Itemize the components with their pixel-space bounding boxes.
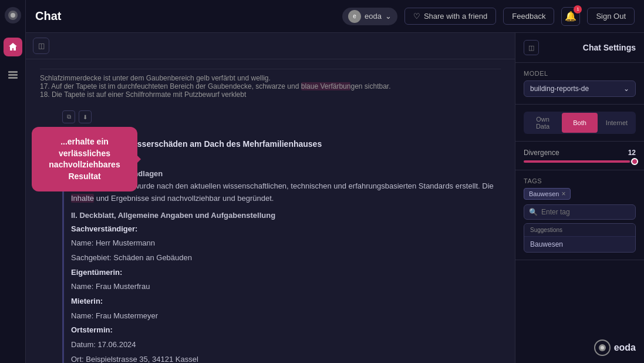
chat-messages[interactable]: Schlafzimmerdecke ist unter dem Gaubenbe… xyxy=(26,59,515,363)
model-selected-value: building-reports-de xyxy=(530,85,589,93)
share-button[interactable]: ♡ Share with a friend xyxy=(404,8,496,25)
tags-label: Tags xyxy=(524,177,636,184)
field-datum: Datum: 17.06.2024 xyxy=(71,338,501,352)
svg-rect-3 xyxy=(8,74,18,76)
tag-input[interactable] xyxy=(541,208,630,216)
tooltip-bubble: ...erhalte ein verlässliches nachvollzie… xyxy=(32,127,137,191)
tags-section: Tags Bauwesen × 🔍 Suggestions Bauwesen xyxy=(515,170,644,260)
chat-area: ◫ ...erhalte ein verlässliches nachvollz… xyxy=(26,33,515,363)
section2-title: II. Deckblatt, Allgemeine Angaben und Au… xyxy=(71,211,501,220)
field-eigentuemerin: Eigentümerin: xyxy=(71,268,122,277)
svg-rect-2 xyxy=(8,71,18,73)
tag-bauwesen: Bauwesen × xyxy=(524,188,571,200)
chat-toolbar: ◫ xyxy=(26,33,515,59)
share-icon: ♡ xyxy=(413,12,420,21)
content-area: ◫ ...erhalte ein verlässliches nachvollz… xyxy=(26,33,644,363)
sidebar-logo xyxy=(5,7,21,23)
notification-button[interactable]: 🔔 1 xyxy=(561,7,580,26)
field-name-ev: Name: Frau Musterfrau xyxy=(71,280,501,294)
field-ortstermin: Ortstermin: xyxy=(71,325,113,334)
tag-remove-button[interactable]: × xyxy=(561,190,565,197)
eoda-brand-text: eoda xyxy=(614,342,636,353)
right-panel: ◫ Chat Settings Model building-reports-d… xyxy=(515,33,644,363)
field-ort: Ort: Beispielstrasse 35, 34121 Kassel xyxy=(71,352,501,363)
scrolled-message-1: Schlafzimmerdecke ist unter dem Gaubenbe… xyxy=(40,69,501,99)
share-label: Share with a friend xyxy=(424,12,487,21)
suggestions-dropdown: Suggestions Bauwesen xyxy=(524,223,636,253)
field-sachverstaendiger: Sachverständiger: xyxy=(71,224,137,233)
panel-toggle-button[interactable]: ◫ xyxy=(524,40,539,55)
feedback-label: Feedback xyxy=(512,12,545,21)
field-name-sv: Name: Herr Mustermann xyxy=(71,236,501,251)
sidebar-item-layers[interactable] xyxy=(4,66,22,85)
download-button[interactable]: ⬇ xyxy=(79,110,92,123)
tab-own-data[interactable]: Own Data xyxy=(525,113,561,133)
svg-point-1 xyxy=(11,13,15,18)
slider-fill xyxy=(524,160,630,163)
sidebar-item-home[interactable] xyxy=(4,38,22,56)
chevron-down-icon: ⌄ xyxy=(623,85,629,93)
bottom-logo: eoda xyxy=(515,332,644,363)
eoda-logo-icon xyxy=(594,340,611,356)
divergence-slider[interactable] xyxy=(524,160,636,163)
tag-name: Bauwesen xyxy=(529,190,559,197)
panel-title: Chat Settings xyxy=(583,43,636,52)
sidebar xyxy=(0,0,26,363)
divergence-value: 12 xyxy=(628,149,636,157)
tags-area: Bauwesen × xyxy=(524,188,636,200)
avatar: e xyxy=(348,10,361,23)
suggestions-label: Suggestions xyxy=(524,224,635,237)
header: Chat e eoda ⌄ ♡ Share with a friend Feed… xyxy=(26,0,644,33)
model-section: Model building-reports-de ⌄ xyxy=(515,63,644,105)
tag-input-row: 🔍 xyxy=(524,204,636,220)
document-body: I. Allgemeine Grundlagen Dieses Gutachte… xyxy=(62,164,501,363)
data-source-tabs: Own Data Both Internet xyxy=(524,112,636,134)
page-title: Chat xyxy=(35,9,61,23)
divergence-section: Divergence 12 xyxy=(515,142,644,170)
field-sachgebiet: Sachgebiet: Schäden an Gebäuden xyxy=(71,251,501,265)
layers-icon xyxy=(8,70,18,80)
panel-header: ◫ Chat Settings xyxy=(515,33,644,63)
svg-point-7 xyxy=(601,346,604,349)
field-name-m: Name: Frau Mustermeyer xyxy=(71,309,501,324)
tab-both[interactable]: Both xyxy=(562,113,598,133)
home-icon xyxy=(8,42,18,52)
chevron-down-icon: ⌄ xyxy=(385,12,392,21)
divergence-row: Divergence 12 xyxy=(524,149,636,157)
model-label: Model xyxy=(524,70,636,77)
panel-toggle-button[interactable]: ◫ xyxy=(33,38,49,54)
search-icon: 🔍 xyxy=(529,208,538,216)
divergence-label: Divergence xyxy=(524,149,559,157)
model-select[interactable]: building-reports-de ⌄ xyxy=(524,80,636,97)
eoda-logo-small-icon xyxy=(8,10,18,21)
feedback-button[interactable]: Feedback xyxy=(503,8,554,25)
document-fields: Sachverständiger: Name: Herr Mustermann … xyxy=(71,222,501,363)
slider-thumb xyxy=(631,158,638,165)
suggestion-item-bauwesen[interactable]: Bauwesen xyxy=(524,237,635,252)
field-mieterin: Mieterin: xyxy=(71,297,103,305)
copy-button[interactable]: ⧉ xyxy=(62,110,75,123)
user-badge[interactable]: e eoda ⌄ xyxy=(342,8,397,25)
main-content: Chat e eoda ⌄ ♡ Share with a friend Feed… xyxy=(26,0,644,363)
signout-label: Sign Out xyxy=(596,12,626,21)
signout-button[interactable]: Sign Out xyxy=(587,8,635,25)
data-source-section: Own Data Both Internet xyxy=(515,105,644,142)
notification-badge: 1 xyxy=(574,5,582,14)
tooltip-text: ...erhalte ein verlässliches nachvollzie… xyxy=(49,137,120,181)
tab-internet[interactable]: Internet xyxy=(599,113,635,133)
svg-rect-4 xyxy=(8,77,18,79)
user-name: eoda xyxy=(365,12,382,21)
message-actions: ⧉ ⬇ xyxy=(62,110,501,123)
